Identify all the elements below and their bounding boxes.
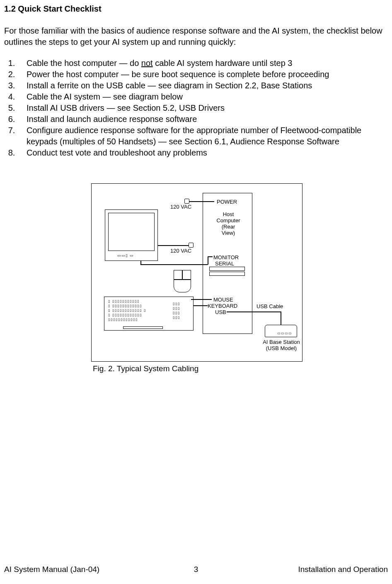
- checklist-item: Conduct test vote and troubleshoot any p…: [17, 147, 388, 158]
- base-station-label: AI Base Station (USB Model): [261, 339, 301, 351]
- checklist-item: Install AI USB drivers — see Section 5.2…: [17, 102, 388, 114]
- monitor-port-label: MONITOR: [213, 254, 239, 260]
- serial-port-label: SERIAL: [215, 260, 234, 267]
- keyboard-port-label: KEYBOARD: [208, 303, 237, 309]
- figure-container: POWER 120 VAC Host Computer (Rear View) …: [4, 183, 388, 373]
- mouse-port-label: MOUSE: [213, 297, 233, 303]
- checklist-text: Cable the host computer — do: [27, 58, 141, 68]
- checklist-item: Cable the host computer — do not cable A…: [17, 58, 388, 69]
- host-line1: Host: [216, 211, 241, 217]
- usb-port-label: USB: [215, 309, 226, 315]
- keyboard-keys: ▯ ▯▯▯▯▯▯▯▯▯▯▯ ▯ ▯▯▯▯▯▯▯▯▯▯▯▯ ▯ ▯▯▯▯▯▯▯▯▯…: [108, 299, 146, 322]
- section-heading: 1.2 Quick Start Checklist: [4, 4, 388, 14]
- underlined-not: not: [141, 58, 153, 68]
- plug-icon: [184, 199, 189, 204]
- host-line2: Computer: [216, 217, 241, 224]
- checklist-item: Install a ferrite on the USB cable — see…: [17, 80, 388, 91]
- port-slot: [209, 267, 245, 271]
- quick-start-checklist: Cable the host computer — do not cable A…: [4, 58, 388, 158]
- host-label: Host Computer (Rear View): [216, 211, 241, 236]
- base-station-ports: ▭▭▭▭: [277, 331, 292, 335]
- footer-left: AI System Manual (Jan-04): [4, 565, 99, 574]
- checklist-item: Cable the AI system — see diagram below: [17, 91, 388, 102]
- cabling-diagram: POWER 120 VAC Host Computer (Rear View) …: [91, 183, 302, 362]
- base-line2: (USB Model): [261, 345, 301, 351]
- base-station: [265, 325, 297, 337]
- vac-label: 120 VAC: [170, 248, 191, 254]
- monitor-base: ▭▭▯ ▭: [117, 253, 134, 258]
- host-line3: (Rear View): [216, 224, 241, 236]
- vac-label: 120 VAC: [170, 204, 191, 210]
- usb-cable-label: USB Cable: [256, 303, 283, 309]
- figure-caption: Fig. 2. Typical System Cabling: [93, 364, 302, 373]
- checklist-item: Configure audience response software for…: [17, 125, 388, 147]
- plug-icon: [189, 243, 194, 248]
- page-footer: AI System Manual (Jan-04) 3 Installation…: [4, 565, 388, 574]
- keyboard-spacebar: [123, 326, 163, 329]
- footer-page-number: 3: [194, 565, 198, 574]
- power-label: POWER: [217, 199, 237, 205]
- monitor-screen: [108, 213, 155, 251]
- checklist-item: Install and launch audience response sof…: [17, 114, 388, 125]
- footer-right: Installation and Operation: [298, 565, 388, 574]
- keyboard-numpad: ▯▯▯▯▯▯▯▯▯▯▯▯: [173, 302, 180, 320]
- intro-paragraph: For those familiar with the basics of au…: [4, 25, 388, 48]
- base-line1: AI Base Station: [261, 339, 301, 345]
- port-slot: [209, 272, 245, 276]
- checklist-text: cable AI system hardware until step 3: [153, 58, 293, 68]
- checklist-item: Power the host computer — be sure boot s…: [17, 69, 388, 80]
